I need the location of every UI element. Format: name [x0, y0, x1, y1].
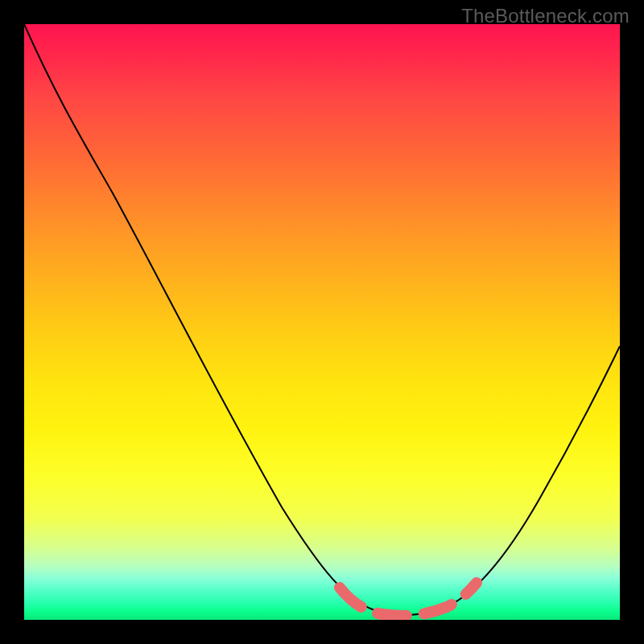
- chart-svg: [24, 24, 620, 620]
- optimal-range-highlight: [340, 583, 477, 616]
- plot-area: [24, 24, 620, 620]
- chart-frame: TheBottleneck.com: [0, 0, 644, 644]
- watermark-text: TheBottleneck.com: [461, 5, 630, 27]
- bottleneck-curve: [24, 24, 620, 615]
